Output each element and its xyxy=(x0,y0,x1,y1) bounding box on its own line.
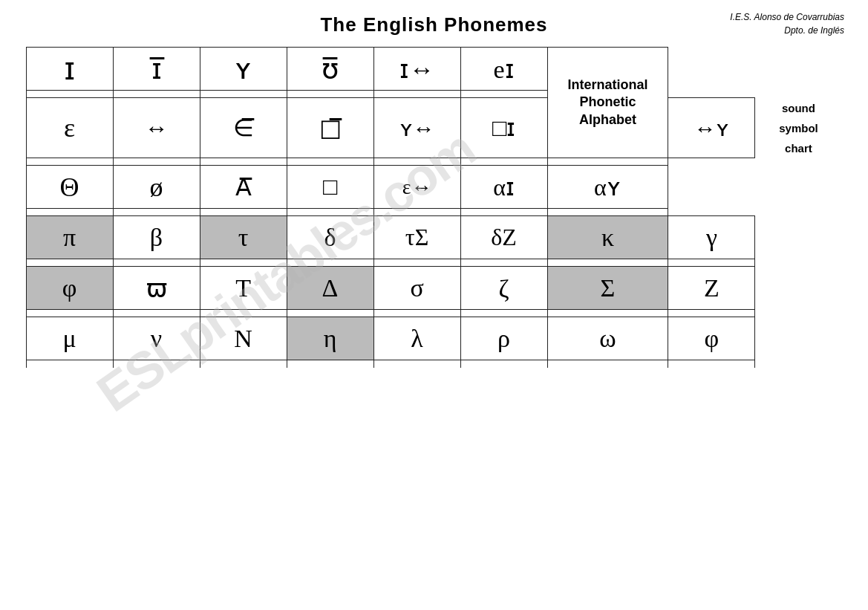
sound-symbol-label: soundsymbolchart xyxy=(755,98,842,158)
cell-r1c5: ɪ↔ xyxy=(373,48,460,91)
credit-block: I.E.S. Alonso de Covarrubias Dpto. de In… xyxy=(730,10,844,37)
table-row: μ ν Ν η λ ρ ω φ xyxy=(26,317,842,360)
spacer-cell xyxy=(200,209,287,216)
spacer-cell xyxy=(287,310,373,317)
spacer-cell xyxy=(460,310,547,317)
cell-r6c6: ρ xyxy=(460,317,547,360)
cell-r6c3: Ν xyxy=(200,317,287,360)
spacer-cell xyxy=(287,209,373,216)
spacer-row xyxy=(26,360,842,368)
phoneme-table-container: ESLprintables.com ɪ ɪ̅ ʏ ʊ̅ ɪ↔ eɪ Intern… xyxy=(26,47,843,368)
cell-r5c5: σ xyxy=(373,267,460,310)
spacer-cell xyxy=(668,158,755,166)
spacer-cell xyxy=(547,209,668,216)
cell-r3c1: Θ xyxy=(26,166,113,209)
cell-r1c3: ʏ xyxy=(200,48,287,91)
cell-r6c2: ν xyxy=(113,317,200,360)
cell-r2c2: ↔ xyxy=(113,98,200,158)
spacer-cell xyxy=(287,259,373,267)
spacer-cell xyxy=(113,360,200,368)
table-row: ε ↔ ∈̅ □̅ ʏ↔ □ɪ ↔ʏ soundsymbolchart xyxy=(26,98,842,158)
cell-r4c6: δΖ xyxy=(460,216,547,259)
cell-r4c8: γ xyxy=(668,216,755,259)
credit-line2: Dpto. de Inglés xyxy=(784,25,844,36)
spacer-cell xyxy=(113,91,200,98)
spacer-cell xyxy=(668,310,755,317)
spacer-cell xyxy=(460,209,547,216)
cell-r4c4: δ xyxy=(287,216,373,259)
cell-r4c5: τΣ xyxy=(373,216,460,259)
spacer-cell xyxy=(547,360,668,368)
spacer-cell xyxy=(200,360,287,368)
spacer-row xyxy=(26,259,842,267)
cell-r5c1: φ xyxy=(26,267,113,310)
spacer-cell xyxy=(113,209,200,216)
cell-r3c4: □ xyxy=(287,166,373,209)
spacer-row xyxy=(26,310,842,317)
spacer-cell xyxy=(26,310,113,317)
cell-r5c3: Τ xyxy=(200,267,287,310)
table-row: φ ϖ Τ Δ σ ζ Σ Ζ xyxy=(26,267,842,310)
empty-corner xyxy=(668,48,755,91)
spacer-cell xyxy=(547,158,668,166)
cell-r2c1: ε xyxy=(26,98,113,158)
spacer-cell xyxy=(668,209,755,216)
spacer-cell xyxy=(668,259,755,267)
spacer-cell xyxy=(113,158,200,166)
cell-r2c6: □ɪ xyxy=(460,98,547,158)
cell-r2c7: ↔ʏ xyxy=(668,98,755,158)
cell-r6c4: η xyxy=(287,317,373,360)
spacer-row xyxy=(26,158,842,166)
spacer-cell xyxy=(373,91,460,98)
spacer-cell xyxy=(200,91,287,98)
spacer-cell xyxy=(113,259,200,267)
spacer-cell xyxy=(373,360,460,368)
cell-r3c6: αɪ xyxy=(460,166,547,209)
cell-r6c5: λ xyxy=(373,317,460,360)
spacer-cell xyxy=(26,209,113,216)
cell-r3c7: αʏ xyxy=(547,166,668,209)
cell-r5c4: Δ xyxy=(287,267,373,310)
cell-r3c5: ε↔ xyxy=(373,166,460,209)
spacer-cell xyxy=(547,310,668,317)
spacer-cell xyxy=(373,158,460,166)
cell-r3c3: Α̅ xyxy=(200,166,287,209)
cell-r4c3: τ xyxy=(200,216,287,259)
spacer-cell xyxy=(113,310,200,317)
credit-line1: I.E.S. Alonso de Covarrubias xyxy=(730,12,844,22)
phoneme-table: ɪ ɪ̅ ʏ ʊ̅ ɪ↔ eɪ InternationalPhonetic Al… xyxy=(26,47,843,368)
spacer-cell xyxy=(460,360,547,368)
spacer-cell xyxy=(287,91,373,98)
spacer-cell xyxy=(26,91,113,98)
empty-cell xyxy=(668,166,755,209)
spacer-cell xyxy=(287,360,373,368)
spacer-cell xyxy=(26,158,113,166)
cell-r1c4: ʊ̅ xyxy=(287,48,373,91)
spacer-cell xyxy=(460,158,547,166)
cell-r4c2: β xyxy=(113,216,200,259)
cell-r5c2: ϖ xyxy=(113,267,200,310)
spacer-row xyxy=(26,91,842,98)
spacer-cell xyxy=(26,259,113,267)
spacer-cell xyxy=(668,360,755,368)
cell-r4c1: π xyxy=(26,216,113,259)
spacer-cell xyxy=(26,360,113,368)
spacer-cell xyxy=(460,259,547,267)
cell-r2c3: ∈̅ xyxy=(200,98,287,158)
cell-r4c7: κ xyxy=(547,216,668,259)
spacer-cell xyxy=(547,259,668,267)
ipa-header-cell: InternationalPhonetic Alphabet xyxy=(547,48,668,158)
spacer-cell xyxy=(373,209,460,216)
cell-r6c1: μ xyxy=(26,317,113,360)
table-row: ɪ ɪ̅ ʏ ʊ̅ ɪ↔ eɪ InternationalPhonetic Al… xyxy=(26,48,842,91)
cell-r6c8: φ xyxy=(668,317,755,360)
cell-r5c8: Ζ xyxy=(668,267,755,310)
cell-r5c7: Σ xyxy=(547,267,668,310)
table-row: Θ ø Α̅ □ ε↔ αɪ αʏ xyxy=(26,166,842,209)
page: I.E.S. Alonso de Covarrubias Dpto. de In… xyxy=(0,0,868,610)
spacer-cell xyxy=(373,310,460,317)
cell-r2c4: □̅ xyxy=(287,98,373,158)
spacer-cell xyxy=(668,91,755,98)
spacer-cell xyxy=(200,259,287,267)
cell-r3c2: ø xyxy=(113,166,200,209)
